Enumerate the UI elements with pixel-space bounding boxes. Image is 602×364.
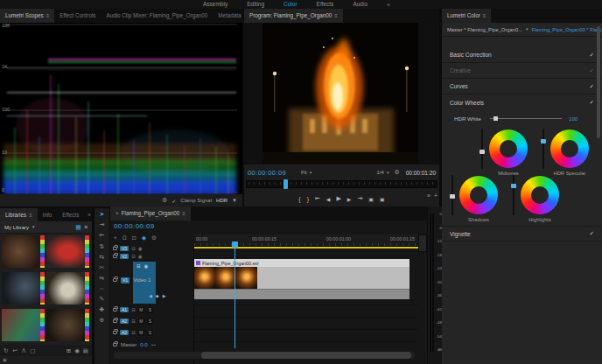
basic-correction-check-icon[interactable]: ✓ [590, 52, 594, 59]
library-item[interactable] [2, 235, 45, 268]
highlights-slider-handle[interactable] [511, 184, 516, 188]
hand-tool[interactable]: ✚ [100, 306, 105, 313]
audio-meters-panel[interactable]: 0-6 -12-18 -24-30 -36-42 -48-54 dB [427, 206, 442, 364]
lock-icon[interactable] [113, 278, 117, 282]
workspace-tab-color[interactable]: Color [284, 0, 298, 9]
tab-libraries[interactable]: Libraries ≡ [0, 208, 38, 221]
library-item[interactable] [46, 272, 89, 304]
previous-keyframe-icon[interactable]: ◀ [149, 293, 152, 298]
lumetri-menu-icon[interactable]: ≡ [483, 9, 486, 23]
ripple-edit-tool[interactable]: ⇤ [100, 232, 105, 239]
tab-lumetri-color[interactable]: Lumetri Color ≡ [442, 9, 491, 23]
solo-button[interactable]: S [147, 330, 153, 336]
timeline-menu-icon[interactable]: ≡ [182, 206, 186, 220]
mute-button[interactable]: M [138, 307, 144, 313]
transport-overflow-icon[interactable]: » [427, 192, 430, 199]
workspace-tab-assembly[interactable]: Assembly [203, 0, 228, 9]
pin-to-timeline-icon[interactable]: ⌖ [114, 234, 117, 242]
waveform-scope[interactable]: 10K 1K 100 10 0 [0, 23, 242, 194]
hdr-specular-color-ring[interactable] [550, 130, 589, 168]
hdr-specular-slider[interactable] [542, 129, 544, 169]
source-patch-icon[interactable]: ⊟ [131, 246, 136, 251]
lock-icon[interactable] [113, 255, 117, 258]
slide-tool[interactable]: ⇔ [99, 285, 105, 291]
zoom-tool[interactable]: ⊕ [100, 317, 105, 324]
playback-resolution-select[interactable]: 1/4 ▼ [377, 170, 390, 175]
library-item[interactable] [46, 235, 89, 268]
timeline-timecode[interactable]: 00:00:00:09 [114, 222, 155, 230]
scope-mode-select[interactable]: HDR [216, 198, 228, 203]
track-target-a2[interactable]: A2 [120, 318, 129, 325]
track-header-a2[interactable]: A2 ⊟ M S [110, 316, 193, 326]
highlights-slider[interactable] [513, 175, 514, 215]
next-keyframe-icon[interactable]: ▶ [163, 293, 166, 298]
source-patch-icon[interactable]: ⊟ [136, 263, 141, 269]
source-patch-icon[interactable]: ⊟ [131, 254, 136, 259]
lumetri-clip-name[interactable]: Flaming_Pipe_Organ00 * Flam... [532, 27, 602, 32]
collection-chevron-icon[interactable]: ▼ [32, 225, 35, 229]
clamp-signal-checkbox[interactable]: ✓ [172, 198, 176, 204]
slip-tool[interactable]: ⇋ [100, 275, 105, 282]
tab-lumetri-scopes[interactable]: Lumetri Scopes ≡ [0, 9, 54, 23]
linked-selection-icon[interactable]: ⊡ [132, 234, 136, 242]
vignette-check-icon[interactable]: ✓ [590, 230, 594, 237]
step-forward-button[interactable]: ▶ [347, 196, 352, 202]
fx-badge-icon[interactable] [196, 261, 200, 265]
play-button[interactable]: ▶ [336, 195, 340, 202]
source-patch-icon[interactable]: ⊟ [131, 307, 136, 312]
tab-program[interactable]: Program: Flaming_Pipe_Organ00 ≡ [244, 9, 343, 23]
work-area-bar[interactable] [194, 247, 418, 248]
hdr-white-value[interactable]: 100 [569, 116, 578, 122]
libraries-menu-icon[interactable]: ≡ [29, 208, 32, 221]
shadows-slider[interactable] [452, 175, 453, 215]
shadows-color-ring[interactable] [459, 176, 498, 214]
track-header-master[interactable]: Master 0.0 ⊷ [110, 340, 193, 350]
lock-icon[interactable] [113, 331, 117, 334]
scope-mode-chevron-icon[interactable]: ▼ [232, 198, 237, 203]
mark-in-button[interactable]: { [298, 196, 300, 202]
panel-menu-icon[interactable]: ≡ [46, 9, 50, 23]
section-basic-correction[interactable]: Basic Correction ✓ [442, 47, 602, 63]
program-scrub-bar[interactable] [246, 180, 438, 188]
sequence-close-icon[interactable]: × [116, 206, 119, 220]
timeline-settings-wrench-icon[interactable]: ⚙ [151, 234, 157, 242]
workspace-tab-editing[interactable]: Editing [247, 0, 264, 9]
master-gain-value[interactable]: 0.0 [140, 342, 147, 347]
color-wheels-check-icon[interactable]: ✓ [590, 99, 594, 106]
solo-button[interactable]: S [147, 307, 153, 313]
midtones-wheel[interactable]: Midtones [481, 128, 542, 177]
timeline-horizontal-scrollbar[interactable] [114, 352, 415, 359]
curves-check-icon[interactable]: ✓ [590, 83, 594, 90]
midtones-slider-handle[interactable] [480, 150, 485, 154]
bind-icon[interactable]: ⊷ [151, 342, 157, 347]
library-collection-select[interactable]: My Library [4, 225, 29, 230]
track-target-v3[interactable]: V3 [120, 246, 129, 252]
snap-magnet-icon[interactable]: Ω [122, 234, 127, 242]
timeline-scrollbar-thumb[interactable] [201, 352, 411, 359]
highlights-wheel[interactable]: Highlights [513, 174, 574, 223]
library-trash-icon[interactable]: ▤ [83, 347, 88, 354]
section-vignette[interactable]: Vignette ✓ [442, 226, 602, 242]
scope-settings-wrench-icon[interactable]: ⚙ [162, 197, 167, 204]
program-timecode[interactable]: 00:00:00:09 [248, 169, 286, 177]
toggle-track-output-eye-icon[interactable]: ◉ [144, 263, 149, 269]
program-zoom-select[interactable]: Fit ▼ [301, 170, 312, 175]
track-header-v1[interactable]: ⊟ ◉ V1 Video 1 ◀ ◆ ▶ [110, 262, 193, 304]
go-to-in-button[interactable]: ⇤ [315, 195, 320, 202]
library-item[interactable] [2, 309, 45, 341]
section-curves[interactable]: Curves ✓ [442, 79, 602, 94]
midtones-color-ring[interactable] [489, 130, 528, 168]
shadows-slider-handle[interactable] [450, 194, 455, 199]
track-target-a3[interactable]: A3 [120, 330, 129, 336]
section-color-wheels[interactable]: Color Wheels ✓ [442, 94, 602, 110]
hdr-specular-wheel[interactable]: HDR Specular [542, 128, 602, 177]
tab-info[interactable]: Info [38, 208, 58, 221]
toggle-track-output-eye-icon[interactable]: ◉ [138, 254, 143, 259]
program-playhead[interactable] [284, 179, 288, 189]
track-header-v2[interactable]: V2 ⊟ ◉ [110, 253, 193, 260]
mute-button[interactable]: M [138, 318, 144, 325]
master-chevron-icon[interactable]: ▼ [525, 27, 528, 32]
hdr-white-slider[interactable] [490, 118, 562, 119]
track-target-a1[interactable]: A1 [120, 307, 129, 313]
workspace-overflow-icon[interactable]: » [387, 2, 390, 8]
